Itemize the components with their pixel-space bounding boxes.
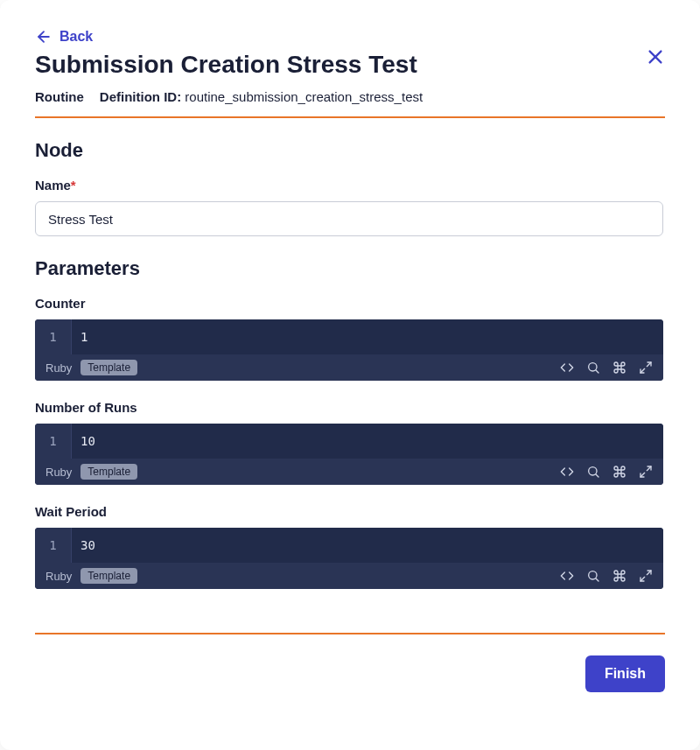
search-icon[interactable] xyxy=(586,361,600,375)
search-icon[interactable] xyxy=(586,569,600,583)
back-link[interactable]: Back xyxy=(35,28,93,46)
name-input[interactable] xyxy=(35,201,663,236)
svg-line-13 xyxy=(647,571,651,575)
meta-line: Routine Definition ID: routine_submissio… xyxy=(35,89,665,104)
code-editor: 1 10 Ruby Template xyxy=(35,424,663,485)
code-footer-icons xyxy=(560,569,653,583)
code-footer-icons xyxy=(560,361,653,375)
code-footer-left: Ruby Template xyxy=(46,568,137,584)
definition-id-value: routine_submission_creation_stress_test xyxy=(185,89,423,104)
section-heading-node: Node xyxy=(35,139,663,162)
name-label-text: Name xyxy=(35,178,71,193)
language-label: Ruby xyxy=(46,361,72,375)
code-content[interactable]: 1 xyxy=(72,319,663,354)
definition-id-wrap: Definition ID: routine_submission_creati… xyxy=(100,89,423,104)
back-label: Back xyxy=(60,29,93,45)
code-footer: Ruby Template xyxy=(35,459,663,485)
command-icon[interactable] xyxy=(612,569,626,583)
page-title: Submission Creation Stress Test xyxy=(35,51,665,79)
language-label: Ruby xyxy=(46,466,72,479)
code-editor: 1 1 Ruby Template xyxy=(35,319,663,381)
code-footer-left: Ruby Template xyxy=(46,464,137,480)
arrow-left-icon xyxy=(35,28,52,46)
code-footer: Ruby Template xyxy=(35,354,663,381)
svg-line-5 xyxy=(647,362,651,367)
parameter-label: Number of Runs xyxy=(35,400,663,415)
code-icon[interactable] xyxy=(560,569,574,583)
template-badge: Template xyxy=(80,464,137,480)
template-badge: Template xyxy=(80,360,137,375)
line-number: 1 xyxy=(35,424,72,459)
required-star: * xyxy=(71,178,76,193)
svg-line-14 xyxy=(640,577,645,581)
footer-actions: Finish xyxy=(35,655,665,692)
code-footer-left: Ruby Template xyxy=(46,360,137,375)
parameter-label: Counter xyxy=(35,296,663,311)
code-footer: Ruby Template xyxy=(35,563,663,589)
svg-line-9 xyxy=(647,466,651,471)
code-icon[interactable] xyxy=(560,361,574,375)
close-button[interactable] xyxy=(646,47,665,70)
parameter-label: Wait Period xyxy=(35,504,663,519)
parameter-block: Wait Period 1 30 Ruby Template xyxy=(35,504,663,589)
definition-id-label: Definition ID: xyxy=(100,89,186,104)
divider-top xyxy=(35,116,665,118)
code-row: 1 30 xyxy=(35,528,663,563)
code-row: 1 10 xyxy=(35,424,663,459)
command-icon[interactable] xyxy=(612,361,626,375)
svg-line-10 xyxy=(640,473,645,477)
line-number: 1 xyxy=(35,319,72,354)
parameter-block: Number of Runs 1 10 Ruby Template xyxy=(35,400,663,485)
search-icon[interactable] xyxy=(586,465,600,479)
content-scroll[interactable]: Node Name* Parameters Counter 1 1 Ruby T… xyxy=(35,139,665,608)
routine-label: Routine xyxy=(35,89,84,104)
expand-icon[interactable] xyxy=(639,569,653,583)
code-footer-icons xyxy=(560,465,653,479)
parameter-block: Counter 1 1 Ruby Template xyxy=(35,296,663,381)
svg-line-12 xyxy=(596,578,598,581)
code-row: 1 1 xyxy=(35,319,663,354)
code-content[interactable]: 30 xyxy=(72,528,663,563)
expand-icon[interactable] xyxy=(639,465,653,479)
finish-button[interactable]: Finish xyxy=(585,655,665,692)
code-icon[interactable] xyxy=(560,465,574,479)
command-icon[interactable] xyxy=(612,465,626,479)
svg-line-8 xyxy=(596,474,598,477)
divider-bottom xyxy=(35,633,665,634)
close-icon xyxy=(646,47,665,67)
section-heading-parameters: Parameters xyxy=(35,257,663,280)
expand-icon[interactable] xyxy=(639,361,653,375)
language-label: Ruby xyxy=(46,570,72,583)
svg-line-4 xyxy=(596,370,598,373)
line-number: 1 xyxy=(35,528,72,563)
svg-line-6 xyxy=(640,368,645,373)
template-badge: Template xyxy=(80,568,137,584)
name-field-label: Name* xyxy=(35,178,663,193)
code-editor: 1 30 Ruby Template xyxy=(35,528,663,589)
modal-container: Back Submission Creation Stress Test Rou… xyxy=(0,0,700,750)
code-content[interactable]: 10 xyxy=(72,424,663,459)
